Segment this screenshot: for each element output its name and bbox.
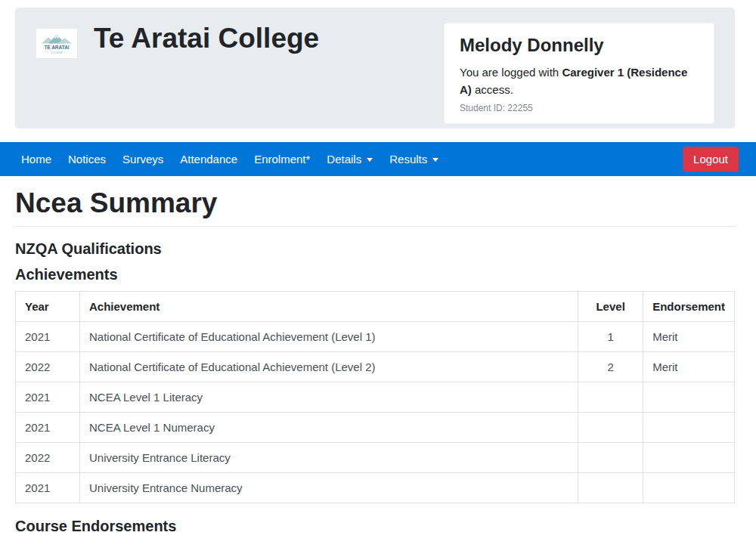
nav-item-results[interactable]: Results — [381, 147, 447, 172]
nav-item-label: Enrolment* — [254, 153, 310, 166]
cell-level: 1 — [578, 322, 643, 352]
cell-endorsement: Merit — [643, 352, 735, 382]
cell-level — [578, 382, 643, 413]
nav-item-label: Notices — [68, 153, 106, 166]
subsection-title-achievements: Achievements — [15, 266, 735, 283]
nav-item-label: Home — [21, 153, 51, 166]
nav-item-enrolment[interactable]: Enrolment* — [246, 147, 318, 172]
divider — [15, 226, 735, 227]
table-row: 2021NCEA Level 1 Numeracy — [16, 413, 735, 443]
achievements-table: YearAchievementLevelEndorsement 2021Nati… — [15, 291, 735, 503]
nav-item-surveys[interactable]: Surveys — [114, 147, 172, 172]
cell-achievement: University Entrance Numeracy — [80, 473, 578, 503]
school-logo: TE ARATAI COLLEGE — [36, 29, 77, 58]
cell-endorsement: Merit — [643, 322, 735, 352]
school-name: Te Aratai College — [94, 23, 319, 54]
nav-item-details[interactable]: Details — [318, 147, 381, 172]
nav-item-attendance[interactable]: Attendance — [172, 147, 246, 172]
page-title: Ncea Summary — [15, 187, 735, 219]
student-id: Student ID: 22255 — [460, 103, 699, 113]
chevron-down-icon — [432, 158, 438, 162]
table-row: 2022University Entrance Literacy — [16, 443, 735, 473]
school-header: TE ARATAI COLLEGE Te Aratai College Melo… — [15, 8, 735, 128]
column-header-year: Year — [16, 292, 80, 322]
cell-year: 2021 — [16, 473, 80, 503]
mountain-logo-icon: TE ARATAI COLLEGE — [38, 30, 76, 57]
nav-item-label: Attendance — [180, 153, 237, 166]
column-header-level: Level — [578, 292, 643, 322]
logout-button[interactable]: Logout — [683, 147, 739, 172]
chevron-down-icon — [367, 158, 373, 162]
cell-achievement: National Certificate of Educational Achi… — [80, 322, 578, 352]
nav-item-label: Results — [389, 153, 427, 166]
cell-achievement: NCEA Level 1 Numeracy — [80, 413, 578, 443]
table-row: 2022National Certificate of Educational … — [16, 352, 735, 382]
column-header-endorsement: Endorsement — [643, 292, 735, 322]
nav-items: HomeNoticesSurveysAttendanceEnrolment*De… — [13, 147, 447, 172]
achievements-table-head: YearAchievementLevelEndorsement — [16, 292, 735, 322]
svg-text:COLLEGE: COLLEGE — [51, 51, 63, 54]
access-prefix: You are logged with — [460, 66, 562, 79]
cell-year: 2021 — [16, 382, 80, 413]
student-name: Melody Donnelly — [460, 35, 699, 56]
nav-item-notices[interactable]: Notices — [60, 147, 114, 172]
cell-year: 2021 — [16, 413, 80, 443]
main-nav: HomeNoticesSurveysAttendanceEnrolment*De… — [0, 142, 756, 176]
column-header-achievement: Achievement — [80, 292, 578, 322]
header-container: TE ARATAI COLLEGE Te Aratai College Melo… — [15, 8, 735, 128]
cell-endorsement — [643, 473, 735, 503]
table-row: 2021National Certificate of Educational … — [16, 322, 735, 352]
cell-endorsement — [643, 443, 735, 473]
access-description: You are logged with Caregiver 1 (Residen… — [460, 63, 699, 99]
section-title-nzqa: NZQA Qualifications — [15, 240, 735, 258]
nav-item-home[interactable]: Home — [13, 147, 60, 172]
cell-year: 2022 — [16, 352, 80, 382]
cell-achievement: NCEA Level 1 Literacy — [80, 382, 578, 413]
achievements-table-body: 2021National Certificate of Educational … — [16, 322, 735, 503]
cell-level: 2 — [578, 352, 643, 382]
access-suffix: access. — [472, 83, 513, 96]
cell-year: 2022 — [16, 443, 80, 473]
nav-item-label: Details — [327, 153, 361, 166]
cell-level — [578, 473, 643, 503]
student-card: Melody Donnelly You are logged with Care… — [444, 23, 714, 124]
cell-year: 2021 — [16, 322, 80, 352]
cell-achievement: National Certificate of Educational Achi… — [80, 352, 578, 382]
cell-endorsement — [643, 413, 735, 443]
main-content: Ncea Summary NZQA Qualifications Achieve… — [15, 187, 735, 535]
section-title-course-endorsements: Course Endorsements — [15, 518, 735, 535]
cell-achievement: University Entrance Literacy — [80, 443, 578, 473]
nav-item-label: Surveys — [122, 153, 163, 166]
table-row: 2021NCEA Level 1 Literacy — [16, 382, 735, 413]
table-row: 2021University Entrance Numeracy — [16, 473, 735, 503]
svg-text:TE ARATAI: TE ARATAI — [44, 45, 69, 50]
cell-level — [578, 443, 643, 473]
cell-level — [578, 413, 643, 443]
cell-endorsement — [643, 382, 735, 413]
table-header-row: YearAchievementLevelEndorsement — [16, 292, 735, 322]
